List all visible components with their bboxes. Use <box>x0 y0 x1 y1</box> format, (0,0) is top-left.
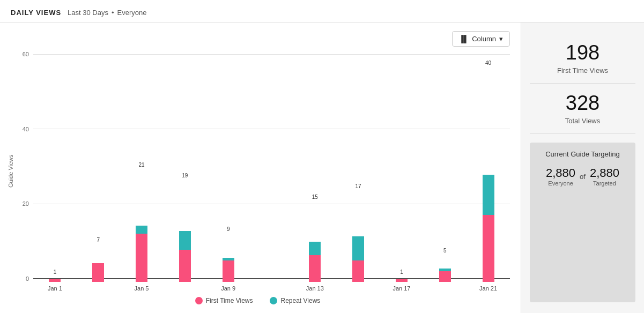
page-title: DAILY VIEWS <box>11 9 61 17</box>
bar-group: 21 <box>120 51 164 282</box>
y-axis-label: Guide Views <box>5 51 14 292</box>
total-views-number: 328 <box>530 92 635 115</box>
bar-group: 1 <box>33 51 77 282</box>
legend-label-repeat: Repeat Views <box>280 297 320 304</box>
separator-dot: • <box>112 9 114 17</box>
grid-and-bars: 6040200172119915171540 <box>14 51 510 282</box>
date-range-label: Last 30 Days <box>68 9 108 17</box>
sidebar: 198 First Time Views 328 Total Views Cur… <box>521 23 644 313</box>
bar-pink <box>352 260 364 282</box>
targeting-right-label: Targeted <box>590 180 619 187</box>
legend-item-first-time: First Time Views <box>195 297 253 304</box>
x-axis-label: Jan 21 <box>467 285 510 292</box>
chevron-down-icon: ▾ <box>499 35 503 43</box>
x-axis: Jan 1Jan 5Jan 9Jan 13Jan 17Jan 21 <box>14 285 510 292</box>
page-header: DAILY VIEWS Last 30 Days • Everyone <box>0 0 644 23</box>
targeting-title: Current Guide Targeting <box>536 150 629 159</box>
main-content: ▐▌ Column ▾ Guide Views 6040200172119915… <box>0 23 644 313</box>
targeting-left-number: 2,880 <box>546 166 575 180</box>
bar-group: 9 <box>206 51 250 282</box>
bars-area: 172119915171540 <box>33 51 510 282</box>
first-time-views-label: First Time Views <box>530 66 635 74</box>
x-axis-label <box>163 285 206 292</box>
chart-type-label: Column <box>472 35 496 43</box>
bar-pink <box>439 271 451 282</box>
bar-group <box>250 51 293 282</box>
legend-item-repeat: Repeat Views <box>270 297 320 304</box>
chart-wrapper: Guide Views 6040200172119915171540 Jan 1… <box>5 51 510 292</box>
x-axis-label: Jan 5 <box>120 285 164 292</box>
x-axis-label: Jan 13 <box>293 285 337 292</box>
first-time-views-number: 198 <box>530 42 635 64</box>
x-axis-label: Jan 1 <box>33 285 77 292</box>
chart-inner: 6040200172119915171540 Jan 1Jan 5Jan 9Ja… <box>14 51 510 292</box>
bar-group: 7 <box>77 51 120 282</box>
bar-teal <box>136 226 147 234</box>
bar-teal <box>309 242 321 255</box>
header-meta: Last 30 Days • Everyone <box>68 9 146 17</box>
chart-type-button[interactable]: ▐▌ Column ▾ <box>452 31 510 47</box>
chart-type-icon: ▐▌ <box>459 35 469 43</box>
chart-legend: First Time Views Repeat Views <box>5 292 510 308</box>
targeting-numbers: 2,880 Everyone of 2,880 Targeted <box>536 166 629 187</box>
chart-toolbar: ▐▌ Column ▾ <box>5 31 510 47</box>
bar-pink <box>309 255 321 282</box>
bar-group: 19 <box>163 51 206 282</box>
legend-dot-pink <box>195 297 203 304</box>
bar-pink <box>483 215 494 282</box>
first-time-views-stat: 198 First Time Views <box>530 33 635 84</box>
bar-group: 17 <box>337 51 380 282</box>
total-views-label: Total Views <box>530 117 635 125</box>
bar-pink <box>49 279 61 282</box>
targeting-of-label: of <box>580 173 586 181</box>
bar-teal <box>179 231 191 250</box>
audience-label: Everyone <box>117 9 147 17</box>
targeting-right-number: 2,880 <box>590 166 619 180</box>
chart-area: ▐▌ Column ▾ Guide Views 6040200172119915… <box>0 23 521 313</box>
x-axis-label <box>250 285 293 292</box>
bar-teal <box>483 175 494 215</box>
bar-group: 15 <box>293 51 337 282</box>
legend-dot-teal <box>270 297 277 304</box>
bar-group: 1 <box>380 51 424 282</box>
bar-pink <box>396 279 408 282</box>
bar-pink <box>136 234 147 282</box>
targeting-block: Current Guide Targeting 2,880 Everyone o… <box>530 143 635 302</box>
x-axis-label <box>77 285 120 292</box>
targeting-left: 2,880 Everyone <box>546 166 575 187</box>
total-views-stat: 328 Total Views <box>530 84 635 134</box>
targeting-right: 2,880 Targeted <box>590 166 619 187</box>
targeting-left-label: Everyone <box>546 180 575 187</box>
legend-label-first-time: First Time Views <box>206 297 253 304</box>
bar-pink <box>223 260 234 282</box>
bar-pink <box>92 263 104 282</box>
x-axis-label: Jan 17 <box>380 285 424 292</box>
x-axis-label <box>423 285 467 292</box>
bar-teal <box>352 236 364 260</box>
bar-pink <box>179 250 191 282</box>
x-axis-label <box>337 285 380 292</box>
bar-group: 40 <box>467 51 510 282</box>
x-axis-label: Jan 9 <box>206 285 250 292</box>
bar-group: 5 <box>423 51 467 282</box>
